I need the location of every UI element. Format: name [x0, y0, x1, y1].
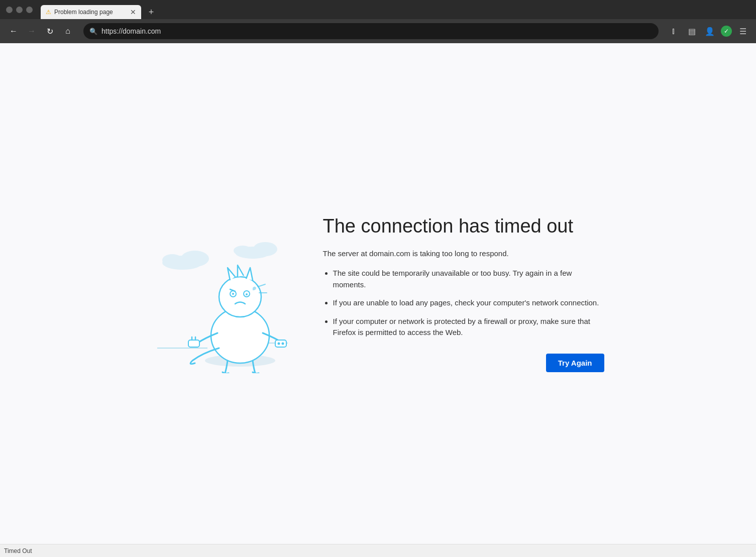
error-container: The connection has timed out The server … — [152, 212, 604, 375]
svg-point-12 — [232, 293, 234, 295]
error-list-item-2: If you are unable to load any pages, che… — [333, 297, 604, 309]
svg-point-20 — [277, 342, 280, 345]
error-list-item-1: The site could be temporarily unavailabl… — [333, 268, 604, 290]
shield-icon[interactable]: ✓ — [721, 26, 732, 37]
svg-point-1 — [181, 251, 209, 267]
profile-icon[interactable]: 👤 — [703, 24, 717, 38]
tab-close-button[interactable]: ✕ — [130, 8, 136, 16]
error-description: The server at domain.com is taking too l… — [323, 249, 604, 258]
new-tab-button[interactable]: + — [144, 5, 158, 19]
svg-point-15 — [246, 293, 248, 295]
error-list-item-3: If your computer or network is protected… — [333, 316, 604, 339]
active-tab[interactable]: ⚠ Problem loading page ✕ — [41, 5, 141, 19]
toolbar: ← → ↻ ⌂ 🔍 ⫿ ▤ 👤 ✓ ☰ — [0, 19, 756, 43]
menu-button[interactable]: ☰ — [736, 24, 750, 38]
toolbar-right: ⫿ ▤ 👤 ✓ ☰ — [667, 24, 750, 38]
forward-button[interactable]: → — [24, 24, 39, 39]
tab-bar: ⚠ Problem loading page ✕ + — [41, 0, 750, 19]
address-input[interactable] — [83, 23, 659, 39]
bookmarks-icon[interactable]: ⫿ — [667, 24, 681, 38]
tab-title: Problem loading page — [54, 9, 113, 16]
search-icon: 🔍 — [89, 28, 97, 35]
error-list: The site could be temporarily unavailabl… — [323, 268, 604, 339]
svg-point-2 — [162, 254, 182, 266]
svg-rect-16 — [188, 340, 199, 347]
svg-point-4 — [253, 242, 277, 256]
reload-button[interactable]: ↻ — [42, 24, 57, 39]
traffic-light-close[interactable] — [6, 7, 13, 13]
address-bar-container: 🔍 — [83, 23, 659, 39]
address-bar-inner: 🔍 — [83, 23, 659, 39]
statusbar-text: Timed Out — [4, 547, 32, 554]
tab-warning-icon: ⚠ — [46, 9, 51, 16]
titlebar: ⚠ Problem loading page ✕ + — [0, 0, 756, 19]
traffic-light-maximize[interactable] — [26, 7, 33, 13]
try-again-button[interactable]: Try Again — [546, 354, 604, 372]
home-button[interactable]: ⌂ — [60, 24, 75, 39]
traffic-lights — [6, 7, 33, 13]
svg-point-21 — [281, 342, 284, 345]
page-content: The connection has timed out The server … — [0, 43, 756, 544]
svg-point-10 — [219, 277, 261, 317]
dino-illustration — [152, 212, 293, 375]
traffic-light-minimize[interactable] — [16, 7, 23, 13]
svg-point-5 — [234, 246, 252, 256]
svg-line-22 — [258, 284, 265, 287]
error-content: The connection has timed out The server … — [323, 215, 604, 372]
back-button[interactable]: ← — [6, 24, 21, 39]
sidebar-icon[interactable]: ▤ — [685, 24, 699, 38]
statusbar: Timed Out — [0, 544, 756, 557]
svg-rect-19 — [275, 340, 286, 347]
error-title: The connection has timed out — [323, 215, 604, 238]
